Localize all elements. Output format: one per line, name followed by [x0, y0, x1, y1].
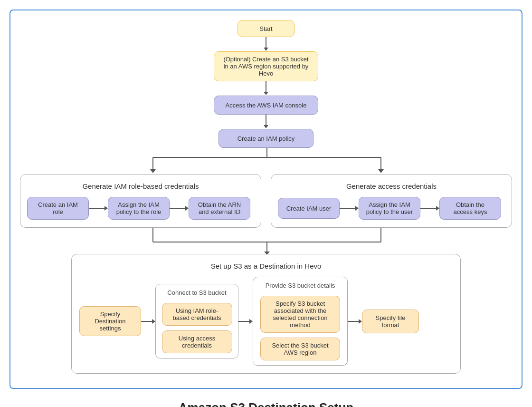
bottom-arrow-1: [141, 319, 155, 324]
role-credentials-title: Generate IAM role-based credentials: [27, 182, 254, 190]
create-policy-node: Create an IAM policy: [218, 129, 314, 148]
page-title: Amazon S3 Destination Setup: [179, 400, 353, 407]
specify-dest-node: Specify Destination settings: [79, 306, 141, 336]
role-credentials-box: Generate IAM role-based credentials Crea…: [20, 174, 261, 228]
setup-title: Set up S3 as a Destination in Hevo: [211, 262, 322, 270]
svg-marker-3: [150, 169, 156, 173]
access-arrow-2: [420, 206, 439, 211]
role-arrow-2: [170, 206, 189, 211]
specify-format-node: Specify file format: [362, 310, 419, 333]
connect-s3-box: Connect to S3 bucket Using IAM role-base…: [155, 284, 238, 359]
top-flow: Start (Optional) Create an S3 bucket in …: [20, 20, 512, 148]
access-iam-node: Access the AWS IAM console: [214, 96, 318, 115]
merge-svg: [20, 228, 514, 254]
arrow-2: [264, 81, 268, 96]
assign-policy-role-node: Assign the IAM policy to the role: [108, 197, 170, 220]
diagram-container: Start (Optional) Create an S3 bucket in …: [10, 10, 522, 389]
arrow-3: [264, 115, 268, 129]
select-region-node: Select the S3 bucket AWS region: [260, 338, 340, 360]
access-credentials-row: Create IAM user Assign the IAM policy to…: [278, 197, 505, 220]
assign-policy-user-node: Assign the IAM policy to the user: [359, 197, 420, 220]
provide-s3-title: Provide S3 bucket details: [266, 282, 335, 289]
specify-s3-bucket-node: Specify S3 bucket associated with the se…: [260, 296, 340, 333]
access-arrow-1: [340, 206, 359, 211]
obtain-arn-node: Obtain the ARN and external ID: [189, 197, 250, 220]
using-role-node: Using IAM role-based credentials: [162, 303, 232, 326]
split-section: Generate IAM role-based credentials Crea…: [20, 174, 512, 228]
using-access-node: Using access credentials: [162, 330, 232, 353]
connect-s3-title: Connect to S3 bucket: [167, 289, 226, 296]
start-node: Start: [238, 20, 294, 37]
role-credentials-row: Create an IAM role Assign the IAM policy…: [27, 197, 254, 220]
create-iam-role-node: Create an IAM role: [27, 197, 89, 220]
svg-marker-5: [378, 169, 384, 173]
bottom-arrow-3: [348, 319, 362, 324]
bottom-row: Specify Destination settings Connect to …: [79, 277, 453, 366]
obtain-keys-node: Obtain the access keys: [439, 197, 501, 220]
branch-svg: [20, 148, 514, 174]
access-credentials-title: Generate access credentials: [278, 182, 505, 190]
create-iam-user-node: Create IAM user: [278, 198, 340, 219]
provide-s3-box: Provide S3 bucket details Specify S3 buc…: [253, 277, 348, 366]
bottom-section: Set up S3 as a Destination in Hevo Speci…: [71, 254, 461, 374]
optional-s3-node: (Optional) Create an S3 bucket in an AWS…: [214, 51, 318, 81]
bottom-arrow-2: [238, 319, 253, 324]
role-arrow-1: [89, 206, 108, 211]
arrow-1: [264, 37, 268, 51]
access-credentials-box: Generate access credentials Create IAM u…: [271, 174, 512, 228]
